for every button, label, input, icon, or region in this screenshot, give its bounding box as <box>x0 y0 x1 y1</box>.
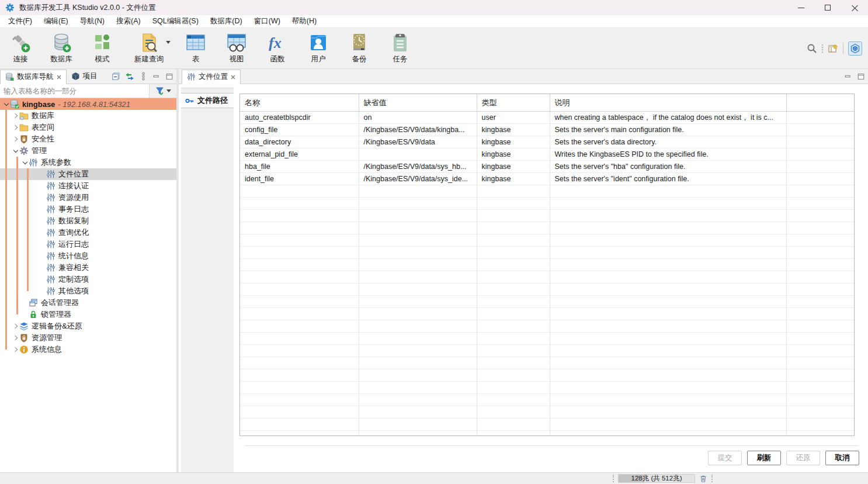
maximize-button[interactable] <box>814 0 841 15</box>
collapse-all-icon[interactable] <box>112 72 120 81</box>
table-row[interactable]: auto_createtblspcdironuserwhen creating … <box>240 112 855 124</box>
table-cell[interactable]: /Kingbase/ES/V9/data/sys_hb... <box>359 161 477 173</box>
menu-sql-editor[interactable]: SQL编辑器(S) <box>147 15 204 27</box>
chevron-down-icon[interactable] <box>21 159 29 167</box>
maximize-panel-icon[interactable] <box>165 72 173 81</box>
garbage-collect-button[interactable] <box>699 475 707 483</box>
tree-item-kingbase-connection[interactable]: kingbase - 192.168.4.81:54321 <box>0 98 176 110</box>
table-name-filter-input[interactable] <box>0 84 149 98</box>
table-cell[interactable]: on <box>359 112 477 124</box>
heap-status[interactable]: 128兆 (共 512兆) <box>618 474 695 483</box>
menu-window[interactable]: 窗口(W) <box>248 15 286 27</box>
table-cell[interactable] <box>786 136 855 148</box>
table-cell[interactable]: auto_createtblspcdir <box>240 112 359 124</box>
link-with-editor-icon[interactable] <box>125 72 134 81</box>
chevron-right-icon[interactable] <box>12 124 19 132</box>
table-row[interactable]: ident_file/Kingbase/ES/V9/data/sys_ide..… <box>240 173 855 185</box>
chevron-right-icon[interactable] <box>12 323 19 330</box>
menu-file[interactable]: 文件(F) <box>2 15 38 27</box>
table-cell[interactable]: /Kingbase/ES/V9/data <box>359 136 477 148</box>
table-cell[interactable]: kingbase <box>477 124 550 136</box>
minimize-button[interactable] <box>787 0 814 15</box>
toolbar-view-button[interactable]: 视图 <box>216 28 257 68</box>
tree-item-logical-backup-restore[interactable]: 逻辑备份&还原 <box>0 320 176 332</box>
tree-item-session-manager[interactable]: 会话管理器 <box>0 297 176 309</box>
open-perspective-icon[interactable] <box>828 43 838 54</box>
table-cell[interactable]: config_file <box>240 124 359 136</box>
toolbar-function-button[interactable]: fx函数 <box>257 28 298 68</box>
toolbar-new-query-button[interactable]: 新建查询 <box>123 28 175 68</box>
filter-dropdown-arrow[interactable] <box>166 89 171 92</box>
table-cell[interactable]: /Kingbase/ES/V9/data/sys_ide... <box>359 173 477 185</box>
table-row[interactable]: external_pid_filekingbaseWrites the King… <box>240 148 855 161</box>
chevron-right-icon[interactable] <box>12 346 19 354</box>
filter-button[interactable] <box>149 84 176 98</box>
tree-item-management[interactable]: 管理 <box>0 145 176 157</box>
table-cell[interactable]: /Kingbase/ES/V9/data/kingba... <box>359 124 477 136</box>
table-cell[interactable]: Sets the server's "ident" configuration … <box>550 173 786 185</box>
table-cell[interactable]: Writes the KingbaseES PID to the specifi… <box>550 148 786 161</box>
table-cell[interactable]: data_directory <box>240 136 359 148</box>
minimize-panel-icon[interactable] <box>152 72 161 81</box>
toolbar-table-button[interactable]: 表 <box>175 28 216 68</box>
column-header[interactable] <box>786 94 855 112</box>
tree-item-lock-manager[interactable]: 锁管理器 <box>0 309 176 320</box>
table-cell[interactable]: kingbase <box>477 148 550 161</box>
table-cell[interactable] <box>786 112 855 124</box>
table-cell[interactable]: Sets the server's main configuration fil… <box>550 124 786 136</box>
table-cell[interactable]: kingbase <box>477 161 550 173</box>
tree-item-tablespaces[interactable]: 表空间 <box>0 122 176 133</box>
table-cell[interactable]: when creating a tablespace， if the catal… <box>550 112 786 124</box>
tree-item-system-info[interactable]: 系统信息 <box>0 344 176 355</box>
table-cell[interactable]: external_pid_file <box>240 148 359 161</box>
chevron-right-icon[interactable] <box>12 112 19 120</box>
table-cell[interactable]: user <box>477 112 550 124</box>
table-cell[interactable]: kingbase <box>477 173 550 185</box>
submit-button[interactable]: 提交 <box>708 451 742 465</box>
search-icon[interactable] <box>807 43 817 54</box>
table-cell[interactable]: hba_file <box>240 161 359 173</box>
tree-item-system-parameters[interactable]: 系统参数 <box>0 157 176 168</box>
table-cell[interactable] <box>786 161 855 173</box>
toolbar-connect-button[interactable]: 连接 <box>0 28 41 68</box>
table-row[interactable]: data_directory/Kingbase/ES/V9/datakingba… <box>240 136 855 148</box>
tab-close-icon[interactable] <box>231 75 235 79</box>
chevron-right-icon[interactable] <box>12 334 19 342</box>
table-cell[interactable] <box>786 173 855 185</box>
toolbar-database-button[interactable]: 数据库 <box>41 28 82 68</box>
menu-edit[interactable]: 编辑(E) <box>38 15 74 27</box>
column-header[interactable]: 缺省值 <box>359 94 477 112</box>
new-query-dropdown-arrow[interactable] <box>166 41 171 44</box>
side-tab-file-path[interactable]: 文件路径 <box>181 93 234 108</box>
maximize-panel-icon[interactable] <box>857 72 865 81</box>
tab-database-navigator[interactable]: 数据库导航 <box>0 70 67 84</box>
refresh-button[interactable]: 刷新 <box>747 451 781 465</box>
column-header[interactable]: 名称 <box>240 94 359 112</box>
chevron-down-icon[interactable] <box>2 101 10 108</box>
tab-project[interactable]: 项目 <box>67 69 102 84</box>
table-row[interactable]: hba_file/Kingbase/ES/V9/data/sys_hb...ki… <box>240 161 855 173</box>
tree-item-resource-management[interactable]: 资源管理 <box>0 332 176 344</box>
minimize-panel-icon[interactable] <box>844 72 852 81</box>
table-cell[interactable]: Sets the server's data directory. <box>550 136 786 148</box>
table-cell[interactable] <box>786 148 855 161</box>
chevron-right-icon[interactable] <box>12 136 19 143</box>
menu-search[interactable]: 搜索(A) <box>110 15 147 27</box>
table-cell[interactable] <box>786 124 855 136</box>
restore-button[interactable]: 还原 <box>786 451 820 465</box>
column-header[interactable]: 说明 <box>550 94 786 112</box>
tab-close-icon[interactable] <box>57 75 61 79</box>
table-cell[interactable]: kingbase <box>477 136 550 148</box>
toolbar-task-button[interactable]: 任务 <box>380 28 421 68</box>
table-cell[interactable] <box>359 148 477 161</box>
toolbar-user-button[interactable]: 用户 <box>298 28 339 68</box>
menu-database[interactable]: 数据库(D) <box>204 15 248 27</box>
menu-help[interactable]: 帮助(H) <box>286 15 322 27</box>
toolbar-schema-button[interactable]: 模式 <box>82 28 123 68</box>
tree-item-security[interactable]: 安全性 <box>0 133 176 145</box>
table-cell[interactable]: Sets the server's "hba" configuration fi… <box>550 161 786 173</box>
menu-navigate[interactable]: 导航(N) <box>74 15 110 27</box>
tree-item-databases[interactable]: 数据库 <box>0 110 176 122</box>
cancel-button[interactable]: 取消 <box>825 451 859 465</box>
close-button[interactable] <box>841 0 868 15</box>
